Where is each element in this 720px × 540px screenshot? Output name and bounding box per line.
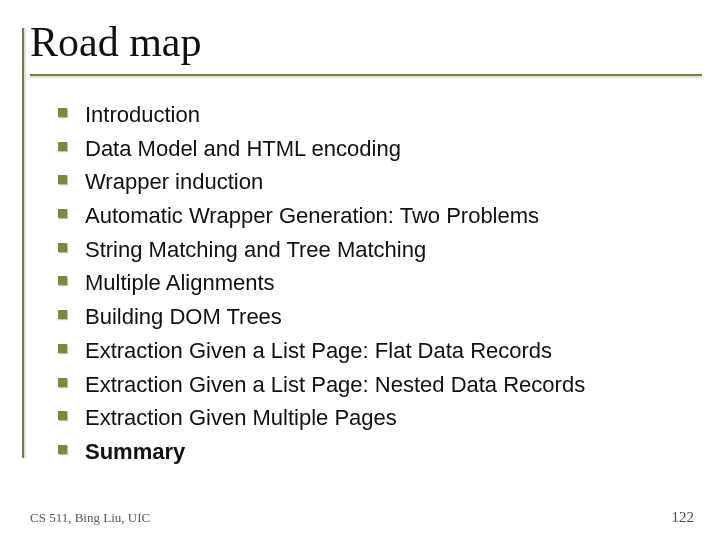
square-bullet-icon (58, 411, 67, 420)
square-bullet-icon (58, 310, 67, 319)
square-bullet-icon (58, 276, 67, 285)
list-item-text: String Matching and Tree Matching (85, 235, 426, 265)
square-bullet-icon (58, 108, 67, 117)
slide: Road map IntroductionData Model and HTML… (0, 0, 720, 540)
vertical-rule (22, 28, 24, 458)
square-bullet-icon (58, 243, 67, 252)
list-item-text: Extraction Given a List Page: Nested Dat… (85, 370, 585, 400)
list-item-text: Extraction Given a List Page: Flat Data … (85, 336, 552, 366)
bullet-list: IntroductionData Model and HTML encoding… (0, 76, 720, 467)
list-item: Multiple Alignments (58, 268, 690, 298)
square-bullet-icon (58, 142, 67, 151)
list-item: Extraction Given Multiple Pages (58, 403, 690, 433)
list-item: String Matching and Tree Matching (58, 235, 690, 265)
list-item: Data Model and HTML encoding (58, 134, 690, 164)
square-bullet-icon (58, 344, 67, 353)
square-bullet-icon (58, 378, 67, 387)
square-bullet-icon (58, 445, 67, 454)
list-item: Extraction Given a List Page: Flat Data … (58, 336, 690, 366)
list-item-text: Data Model and HTML encoding (85, 134, 401, 164)
list-item: Introduction (58, 100, 690, 130)
list-item: Automatic Wrapper Generation: Two Proble… (58, 201, 690, 231)
list-item: Wrapper induction (58, 167, 690, 197)
list-item-text: Summary (85, 437, 185, 467)
list-item-text: Introduction (85, 100, 200, 130)
list-item-text: Building DOM Trees (85, 302, 282, 332)
list-item: Building DOM Trees (58, 302, 690, 332)
list-item-text: Wrapper induction (85, 167, 263, 197)
list-item-text: Multiple Alignments (85, 268, 275, 298)
page-number: 122 (672, 509, 695, 526)
square-bullet-icon (58, 175, 67, 184)
list-item-text: Automatic Wrapper Generation: Two Proble… (85, 201, 539, 231)
list-item: Extraction Given a List Page: Nested Dat… (58, 370, 690, 400)
slide-title: Road map (30, 18, 207, 72)
title-block: Road map (0, 0, 720, 76)
footer-text: CS 511, Bing Liu, UIC (30, 510, 150, 526)
square-bullet-icon (58, 209, 67, 218)
list-item: Summary (58, 437, 690, 467)
list-item-text: Extraction Given Multiple Pages (85, 403, 397, 433)
